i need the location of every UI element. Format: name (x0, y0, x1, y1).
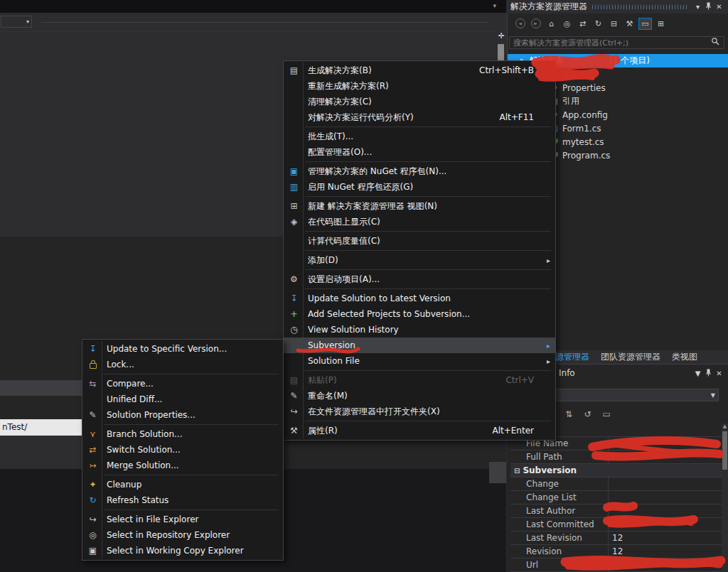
menu-item[interactable]: +Add Selected Projects to Subversion... (284, 306, 555, 322)
menu-item[interactable]: ⚒属性(R)Alt+Enter (284, 423, 555, 438)
menu-item[interactable]: 配置管理器(O)... (284, 144, 555, 160)
menu-item[interactable]: ⚙设置启动项目(A)... (284, 271, 555, 287)
property-value[interactable] (609, 477, 722, 490)
history-icon[interactable]: ↺ (584, 409, 591, 419)
search-input[interactable]: 搜索解决方案资源管理器(Ctrl+;) (509, 36, 724, 49)
property-value[interactable] (609, 558, 722, 571)
svn-history-icon: ◷ (287, 325, 301, 335)
property-row[interactable]: Change List (510, 491, 722, 504)
pin-icon[interactable] (703, 369, 714, 378)
menu-item[interactable]: ✦Cleanup (82, 477, 283, 492)
splitter-grip-icon[interactable]: ✛ (496, 31, 506, 41)
menu-item[interactable]: ↣Merge Solution... (82, 458, 283, 473)
property-value[interactable] (609, 491, 722, 504)
menu-item[interactable]: ↪在文件资源管理器中打开文件夹(X) (284, 404, 555, 419)
chevron-down-icon[interactable]: ▾ (493, 2, 496, 9)
refresh-icon[interactable]: ↻ (592, 18, 605, 30)
set-startup-project-icon: ⚙ (287, 274, 301, 284)
search-icon[interactable] (711, 37, 720, 48)
menu-item[interactable]: Lock... (82, 357, 283, 372)
property-category-row[interactable]: ⊟Subversion (510, 464, 722, 477)
property-value[interactable] (609, 504, 722, 517)
show-all-files-icon[interactable]: ▭ (638, 18, 652, 30)
menu-item-label: 清理解决方案(C) (308, 96, 541, 108)
menu-item[interactable]: ▤粘贴(P)Ctrl+V (284, 372, 555, 388)
menu-item[interactable]: 计算代码度量值(C) (284, 233, 555, 249)
menu-item[interactable]: ▤生成解决方案(B)Ctrl+Shift+B (284, 63, 555, 78)
menu-item[interactable]: ↻Refresh Status (82, 492, 283, 508)
menu-item-label: Merge Solution... (107, 460, 269, 470)
menu-item[interactable]: 重新生成解决方案(R) (284, 78, 555, 94)
property-value[interactable] (609, 450, 722, 463)
toolbar-combobox[interactable]: ▾ (1, 16, 32, 28)
new-view-icon[interactable]: ⊞ (654, 18, 668, 30)
menu-item[interactable]: Unified Diff... (82, 392, 283, 407)
menu-item[interactable]: ◈在代码图上显示(C) (284, 214, 555, 230)
menu-item[interactable]: ▥启用 NuGet 程序包还原(G) (284, 179, 555, 195)
close-icon[interactable]: ✕ (714, 369, 724, 377)
menu-separator (104, 374, 279, 374)
home-icon[interactable]: ⌂ (545, 18, 558, 30)
property-row[interactable]: Last Author (510, 504, 722, 518)
menu-item[interactable]: ✎Solution Properties... (82, 407, 283, 423)
scope-to-this-icon[interactable]: ◎ (560, 18, 574, 30)
collapse-all-icon[interactable]: ⊟ (607, 18, 621, 30)
menu-item[interactable]: Subversion▸ (284, 338, 555, 353)
menu-item[interactable]: ⋎Branch Solution... (82, 426, 283, 442)
menu-item[interactable]: ✎重命名(M) (284, 388, 555, 404)
menu-item[interactable]: ↪Select in File Explorer (82, 512, 283, 527)
properties-scrollbar[interactable]: ▲ (722, 423, 728, 572)
menu-item[interactable]: ⇄Switch Solution... (82, 442, 283, 458)
menu-item-label: 批生成(T)... (308, 131, 541, 143)
menu-item[interactable]: ⊞新建 解决方案资源管理器 视图(N) (284, 198, 555, 214)
window-position-chevron-icon[interactable]: ▾ (692, 3, 703, 11)
back-icon[interactable]: ◄ (513, 18, 527, 30)
menu-item[interactable]: Solution File▸ (284, 353, 555, 369)
property-value[interactable]: 12 (609, 531, 722, 544)
drag-grip-dots[interactable] (592, 5, 687, 9)
property-row[interactable]: Full Path (510, 450, 722, 464)
property-value[interactable] (609, 437, 722, 450)
property-name: Last Author (526, 506, 575, 516)
close-icon[interactable]: ✕ (714, 3, 724, 11)
window-position-chevron-icon[interactable]: ▼ (692, 369, 703, 377)
menu-item-label: 设置启动项目(A)... (308, 274, 541, 286)
property-value[interactable]: 12 (609, 545, 722, 558)
property-name: Full Path (526, 452, 562, 462)
property-row[interactable]: Change (510, 477, 722, 491)
subversion-submenu: ↧Update to Specific Version...Lock...⇆Co… (82, 339, 284, 561)
menu-item[interactable]: ↧Update to Specific Version... (82, 341, 283, 357)
tool-window-tab[interactable]: 类视图 (666, 350, 703, 364)
scroll-up-icon[interactable]: ▲ (722, 423, 728, 429)
properties-title: Info (559, 368, 575, 378)
menu-item[interactable]: 对解决方案运行代码分析(Y)Alt+F11 (284, 109, 555, 125)
property-row[interactable]: Last Committed (510, 518, 722, 531)
menu-item-label: Solution File (308, 356, 541, 366)
menu-item[interactable]: ◷View Solution History (284, 322, 555, 338)
collapse-icon[interactable]: ⊟ (514, 467, 520, 475)
menu-item[interactable]: ⇆Compare... (82, 376, 283, 392)
property-value[interactable] (609, 518, 722, 531)
tool-window-tab[interactable]: 团队资源管理器 (595, 350, 666, 364)
chevron-down-icon: ▼ (711, 392, 715, 399)
comments-icon[interactable]: ▭ (602, 409, 610, 419)
menu-item[interactable]: ▣Select in Working Copy Explorer (82, 543, 283, 558)
property-row[interactable]: Url (510, 558, 722, 572)
properties-icon[interactable]: ⚒ (623, 18, 636, 30)
solution-context-menu: ▤生成解决方案(B)Ctrl+Shift+B重新生成解决方案(R)清理解决方案(… (283, 60, 556, 441)
menu-item[interactable]: ◎Select in Repository Explorer (82, 527, 283, 543)
menu-item[interactable]: ↧Update Solution to Latest Version (284, 291, 555, 306)
property-row[interactable]: Revision12 (510, 545, 722, 558)
menu-shortcut: Ctrl+Shift+B (479, 65, 541, 75)
property-row[interactable]: Last Revision12 (510, 531, 722, 545)
sync-with-active-document-icon[interactable]: ⇄ (576, 18, 589, 30)
properties-icon: ⚒ (287, 426, 301, 436)
forward-icon[interactable]: ► (529, 18, 542, 30)
menu-item[interactable]: 清理解决方案(C) (284, 94, 555, 109)
menu-item[interactable]: ▣管理解决方案的 NuGet 程序包(N)... (284, 163, 555, 179)
alphabetical-icon[interactable]: ⇅ (565, 409, 572, 419)
menu-item[interactable]: 批生成(T)... (284, 129, 555, 144)
pin-icon[interactable] (703, 2, 714, 11)
scrollbar-thumb[interactable] (722, 431, 727, 470)
menu-item[interactable]: 添加(D)▸ (284, 252, 555, 268)
